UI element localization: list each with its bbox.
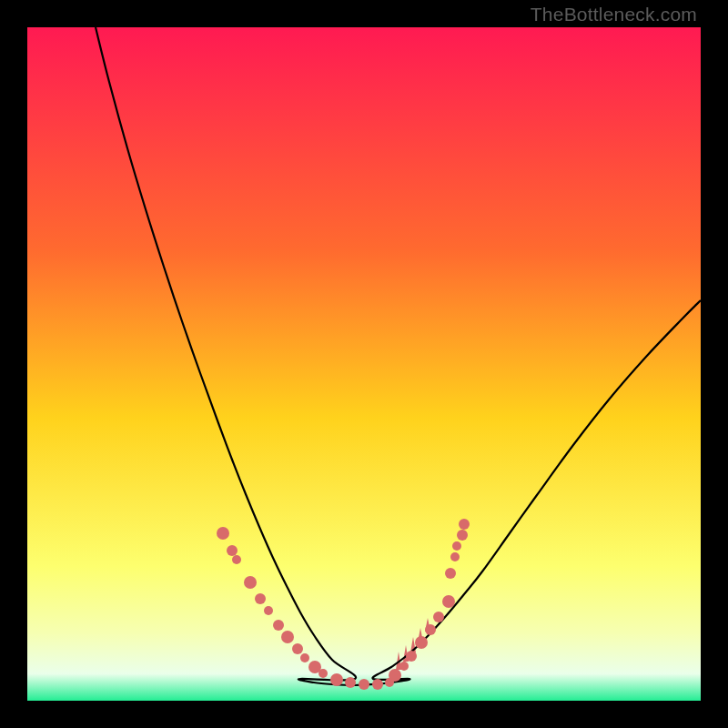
data-dot <box>452 541 461 551</box>
data-dot <box>406 651 417 662</box>
data-dot <box>318 669 328 678</box>
data-dot <box>227 545 238 556</box>
data-dot <box>457 530 468 541</box>
data-dot <box>450 552 460 561</box>
data-dot <box>292 643 303 654</box>
data-dot <box>273 620 284 631</box>
data-dot <box>415 636 428 649</box>
chart-svg <box>27 27 701 701</box>
data-dot <box>445 568 456 579</box>
data-dot <box>255 593 266 604</box>
data-dot <box>425 624 436 635</box>
data-dot <box>264 606 273 615</box>
data-dot <box>359 679 369 690</box>
data-dot <box>300 653 309 662</box>
data-dot <box>281 631 294 643</box>
data-dot <box>459 519 470 530</box>
data-dot <box>244 576 257 589</box>
data-dot <box>399 662 409 671</box>
data-dot <box>442 595 455 608</box>
data-dot <box>389 669 401 682</box>
data-dot <box>217 527 229 540</box>
data-dot <box>433 612 444 622</box>
watermark-text: TheBottleneck.com <box>531 4 697 25</box>
data-dot <box>232 555 241 564</box>
data-dot <box>330 673 343 686</box>
data-dot <box>372 679 383 690</box>
bottleneck-curve <box>96 27 701 685</box>
plot-area <box>27 27 701 701</box>
data-dot <box>345 677 356 688</box>
outer-frame: TheBottleneck.com <box>0 0 728 728</box>
dot-layer <box>217 519 470 690</box>
